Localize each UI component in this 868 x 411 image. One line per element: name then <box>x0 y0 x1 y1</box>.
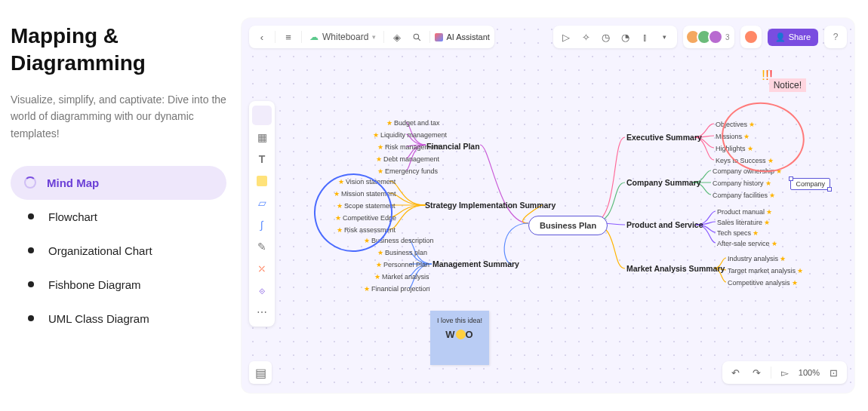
timer-icon[interactable]: ◔ <box>617 29 633 45</box>
connector-tool[interactable]: ∫ <box>252 215 272 235</box>
history-icon[interactable]: ◷ <box>597 29 614 45</box>
mindmap-node[interactable]: ★Budget and tax <box>386 119 440 127</box>
star-icon: ★ <box>766 208 772 216</box>
zoom-level[interactable]: 100% <box>799 368 820 377</box>
mindmap-node[interactable]: Missions★ <box>716 133 749 140</box>
play-icon[interactable]: ▷ <box>558 29 574 45</box>
undo-icon[interactable]: ↶ <box>728 365 743 380</box>
mindmap-node[interactable]: Keys to Success★ <box>716 157 774 164</box>
sticky-note[interactable]: I love this idea! WO <box>430 311 489 365</box>
star-icon: ★ <box>386 119 392 127</box>
mindmap-node[interactable]: Market Analysis Summary <box>626 264 725 273</box>
toolbar-left: ‹ ≡ ☁ Whiteboard ▾ ◈ <box>249 26 494 48</box>
mindmap-node[interactable]: ★Risk management <box>377 143 440 151</box>
mindmap-node[interactable]: Company history★ <box>713 179 771 187</box>
leaf-label: Business plan <box>385 249 427 256</box>
mindmap-node[interactable]: ★Market analysis <box>374 273 429 281</box>
share-button[interactable]: 👤 Share <box>768 29 818 46</box>
leaf-label: Personnel Plan <box>383 261 429 268</box>
star-icon: ★ <box>747 145 753 152</box>
mindmap-node[interactable]: Target market analysis★ <box>728 267 803 275</box>
sticky-tool[interactable] <box>252 171 272 191</box>
template-nav: Mind Map Flowchart Organizational Chart … <box>11 166 226 336</box>
nav-item-fishbone[interactable]: Fishbone Diagram <box>11 268 226 302</box>
star-icon: ★ <box>780 255 786 262</box>
bullet-icon <box>28 281 34 287</box>
mindmap-node[interactable]: ★Scope statement <box>337 202 396 210</box>
leaf-label: Tech specs <box>717 229 751 237</box>
mindmap-node[interactable]: Executive Summary <box>626 133 702 142</box>
layers-button[interactable]: ▤ <box>249 361 272 384</box>
more-tools[interactable]: ⋯ <box>252 302 272 322</box>
mindmap-node[interactable]: Objectives★ <box>716 121 755 128</box>
nav-item-mind-map[interactable]: Mind Map <box>11 166 226 200</box>
leaf-label: Vision statement <box>346 178 396 186</box>
nav-item-flowchart[interactable]: Flowchart <box>11 200 226 234</box>
mindmap-node[interactable]: After-sale service★ <box>717 240 777 247</box>
chart-icon[interactable]: ⫿ <box>636 29 653 45</box>
branch-tool[interactable]: ⟐ <box>252 281 272 300</box>
leaf-label: Company facilities <box>713 192 768 199</box>
leaf-label: Missions <box>716 133 742 140</box>
fit-icon[interactable]: ⊡ <box>826 365 841 380</box>
frame-tool[interactable]: ▦ <box>252 127 272 147</box>
star-icon: ★ <box>338 178 344 186</box>
mindmap-node[interactable]: ★Competitive Edge <box>335 214 396 222</box>
mindmap-node[interactable]: ★Financial projection <box>364 285 430 293</box>
mindmap-node[interactable]: ★Business description <box>364 237 434 244</box>
mindmap-node[interactable]: ★Business plan <box>377 249 427 256</box>
ai-logo-icon <box>435 33 443 41</box>
mindmap-node[interactable]: Management Summary <box>432 259 519 268</box>
user-box[interactable] <box>740 26 762 48</box>
mindmap-node[interactable]: Product and Service <box>626 220 703 229</box>
sparkle-icon[interactable]: ✧ <box>577 29 594 45</box>
cloud-icon: ☁ <box>309 32 319 42</box>
mindmap-node[interactable]: ★Liquidity management <box>373 131 447 139</box>
star-icon: ★ <box>364 285 370 293</box>
star-icon: ★ <box>771 240 777 247</box>
bullet-icon <box>28 247 34 253</box>
search-icon[interactable] <box>408 29 425 45</box>
company-tag[interactable]: Company <box>790 178 830 190</box>
text-tool[interactable]: T <box>252 149 272 169</box>
mindmap-node[interactable]: Product manual★ <box>717 208 772 216</box>
shape-tool[interactable]: ▱ <box>252 193 272 213</box>
mindmap-tool[interactable]: ⤫ <box>252 259 272 278</box>
mindmap-node[interactable]: ★Emergency funds <box>377 167 438 175</box>
mindmap-node[interactable]: Competitive analysis★ <box>728 279 798 287</box>
mindmap-node[interactable]: ★Vision statement <box>338 178 396 186</box>
mindmap-node[interactable]: Company facilities★ <box>713 192 775 199</box>
nav-item-org-chart[interactable]: Organizational Chart <box>11 234 226 268</box>
ai-assistant-button[interactable]: AI Assistant <box>435 32 489 41</box>
redo-icon[interactable]: ↷ <box>749 365 765 380</box>
whiteboard-dropdown[interactable]: ☁ Whiteboard ▾ <box>306 32 379 42</box>
mindmap-node[interactable]: Tech specs★ <box>717 229 759 237</box>
mindmap-node[interactable]: Industry analysis★ <box>728 255 786 262</box>
pen-tool[interactable]: ✎ <box>252 237 272 256</box>
more-icon[interactable]: ▾ <box>656 29 673 45</box>
share-label: Share <box>789 32 811 41</box>
canvas[interactable]: Business Plan Financial Plan★Budget and … <box>242 18 854 393</box>
theme-tool[interactable] <box>252 106 272 125</box>
nav-item-uml[interactable]: UML Class Diagram <box>11 302 226 336</box>
help-button[interactable]: ? <box>824 26 847 48</box>
mindmap-node[interactable]: Sales literature★ <box>717 219 770 226</box>
mindmap-node[interactable]: ★Mission statement <box>334 190 396 198</box>
mindmap-node[interactable]: Company ownership★ <box>713 167 782 175</box>
mindmap-center-node[interactable]: Business Plan <box>528 216 608 235</box>
nav-label: Mind Map <box>47 176 99 189</box>
mindmap-node[interactable]: ★Personnel Plan <box>376 261 429 268</box>
mindmap-node[interactable]: ★Risk assessment <box>337 226 396 234</box>
avatar-stack[interactable]: 3 <box>689 29 730 44</box>
mindmap-node[interactable]: ★Debt management <box>376 155 439 163</box>
menu-icon[interactable]: ≡ <box>280 29 297 45</box>
mindmap-node[interactable]: Company Summary <box>626 178 701 187</box>
back-icon[interactable]: ‹ <box>254 29 270 45</box>
cursor-icon[interactable]: ▻ <box>777 365 793 380</box>
star-icon: ★ <box>769 192 775 199</box>
mindmap-node[interactable]: Highlights★ <box>716 145 753 152</box>
leaf-label: Company ownership <box>713 167 774 175</box>
tag-icon[interactable]: ◈ <box>389 29 405 45</box>
mindmap-node[interactable]: Strategy Implementation Summary <box>425 201 556 210</box>
star-icon: ★ <box>776 167 782 175</box>
